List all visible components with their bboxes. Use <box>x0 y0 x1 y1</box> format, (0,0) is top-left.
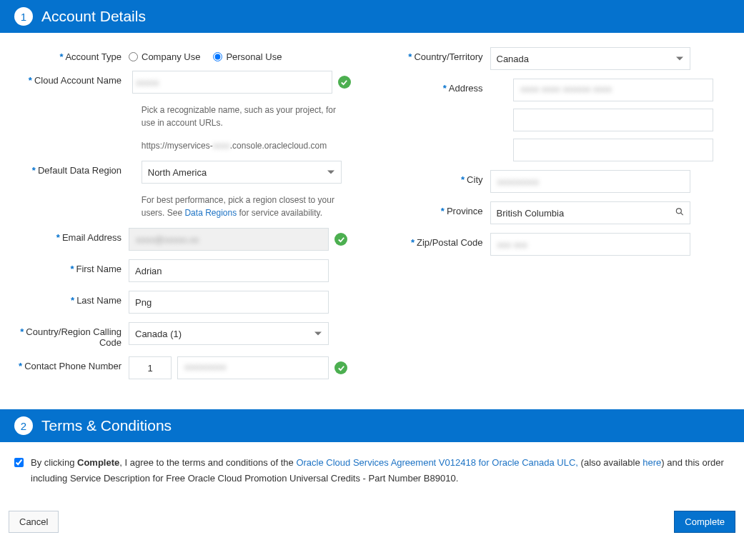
calling-code-select[interactable]: Canada (1) <box>129 322 329 345</box>
address-label: *Address <box>390 79 483 94</box>
cloud-account-url-preview: https://myservices-xxxx.console.oraclecl… <box>142 139 342 152</box>
country-label: *Country/Territory <box>390 47 483 62</box>
province-label: *Province <box>390 201 483 216</box>
email-value: xxxx@xxxxx.xx <box>136 234 199 245</box>
phone-value: xxxxxxxxx <box>184 361 227 372</box>
cloud-account-row: *Cloud Account Name xxxxx Pick a recogni… <box>7 71 354 152</box>
phone-cc-input[interactable] <box>129 356 172 379</box>
company-use-radio[interactable] <box>129 52 138 61</box>
company-use-radio-label[interactable]: Company Use <box>129 51 200 62</box>
first-name-row: *First Name <box>7 259 354 282</box>
email-row: *Email Address xxxx@xxxxx.xx <box>7 228 354 251</box>
region-row: *Default Data Region North America For b… <box>7 161 354 219</box>
check-icon <box>334 361 347 374</box>
footer: Cancel Complete <box>0 501 744 544</box>
cloud-account-input[interactable] <box>132 71 332 94</box>
account-details-body: *Account Type Company Use Personal Use *… <box>0 33 744 409</box>
region-label: *Default Data Region <box>7 161 121 176</box>
calling-code-row: *Country/Region Calling Code Canada (1) <box>7 322 354 348</box>
account-type-label: *Account Type <box>7 47 121 62</box>
region-select[interactable]: North America <box>142 161 342 184</box>
section-2-title: Terms & Conditions <box>41 417 172 434</box>
zip-value: xxx xxx <box>497 239 528 250</box>
terms-header: 2 Terms & Conditions <box>0 409 744 442</box>
terms-body: By clicking Complete, I agree to the ter… <box>0 442 744 501</box>
country-select[interactable]: Canada <box>490 47 690 70</box>
zip-label: *Zip/Postal Code <box>390 233 483 248</box>
zip-row: *Zip/Postal Code xxx xxx <box>390 233 738 256</box>
address-row: *Address xxxx xxxx xxxxxx xxxx <box>390 79 738 161</box>
check-icon <box>334 233 347 246</box>
first-name-label: *First Name <box>7 259 121 274</box>
personal-use-text: Personal Use <box>226 51 282 62</box>
complete-button[interactable]: Complete <box>674 511 735 533</box>
personal-use-radio[interactable] <box>213 52 222 61</box>
terms-checkbox[interactable] <box>14 458 24 467</box>
last-name-label: *Last Name <box>7 291 121 306</box>
address1-value: xxxx xxxx xxxxxx xxxx <box>520 84 612 94</box>
province-row: *Province British Columbia <box>390 201 738 224</box>
section-1-title: Account Details <box>41 8 146 25</box>
phone-label: *Contact Phone Number <box>7 356 121 371</box>
province-select[interactable]: British Columbia <box>490 201 690 224</box>
city-label: *City <box>390 170 483 185</box>
calling-code-label: *Country/Region Calling Code <box>7 322 121 348</box>
region-helper: For best performance, pick a region clos… <box>142 194 342 219</box>
first-name-input[interactable] <box>129 259 329 282</box>
city-row: *City xxxxxxxxx <box>390 170 738 193</box>
personal-use-radio-label[interactable]: Personal Use <box>213 51 282 62</box>
address-line2-input[interactable] <box>513 109 713 131</box>
email-label: *Email Address <box>7 228 121 243</box>
country-row: *Country/Territory Canada <box>390 47 738 70</box>
data-regions-link[interactable]: Data Regions <box>184 208 237 218</box>
account-details-header: 1 Account Details <box>0 0 744 33</box>
company-use-text: Company Use <box>142 51 200 62</box>
cloud-account-value: xxxxx <box>136 77 159 88</box>
check-icon <box>338 76 351 89</box>
agreement-here-link[interactable]: here <box>643 457 661 468</box>
last-name-input[interactable] <box>129 291 329 314</box>
account-type-row: *Account Type Company Use Personal Use <box>7 47 354 62</box>
agreement-link[interactable]: Oracle Cloud Services Agreement V012418 … <box>296 457 578 468</box>
cloud-account-helper: Pick a recognizable name, such as your p… <box>142 104 342 129</box>
city-value: xxxxxxxxx <box>497 176 540 187</box>
last-name-row: *Last Name <box>7 291 354 314</box>
phone-row: *Contact Phone Number xxxxxxxxx <box>7 356 354 379</box>
left-column: *Account Type Company Use Personal Use *… <box>7 47 354 388</box>
step-1-badge: 1 <box>14 7 33 26</box>
step-2-badge: 2 <box>14 416 33 435</box>
address-line3-input[interactable] <box>513 139 713 161</box>
cloud-account-label: *Cloud Account Name <box>7 71 121 86</box>
cancel-button[interactable]: Cancel <box>9 511 59 533</box>
terms-text: By clicking Complete, I agree to the ter… <box>31 455 730 486</box>
right-column: *Country/Territory Canada *Address xxxx … <box>390 47 738 388</box>
